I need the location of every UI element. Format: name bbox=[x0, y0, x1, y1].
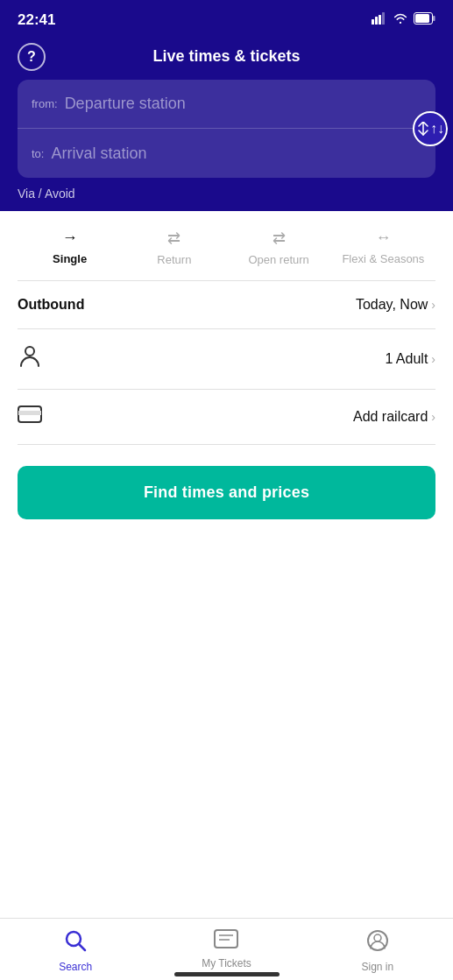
svg-point-16 bbox=[374, 934, 381, 941]
nav-sign-in[interactable]: Sign in bbox=[302, 929, 453, 973]
battery-icon bbox=[414, 12, 435, 28]
svg-point-7 bbox=[25, 347, 34, 356]
passengers-value: 1 Adult › bbox=[385, 351, 435, 367]
railcard-left bbox=[18, 405, 42, 428]
help-button[interactable]: ? bbox=[18, 43, 46, 71]
svg-rect-12 bbox=[215, 930, 237, 948]
from-label: from: bbox=[32, 97, 58, 110]
nav-tickets-label: My Tickets bbox=[202, 957, 251, 969]
nav-my-tickets[interactable]: My Tickets bbox=[151, 929, 301, 969]
nav-search[interactable]: Search bbox=[0, 929, 151, 973]
railcard-chevron: › bbox=[431, 410, 435, 424]
nav-signin-label: Sign in bbox=[361, 961, 393, 973]
single-icon: → bbox=[62, 229, 78, 247]
wifi-icon bbox=[393, 12, 408, 28]
person-icon bbox=[18, 345, 42, 373]
home-indicator bbox=[174, 972, 280, 976]
search-form: from: Departure station to: Arrival stat… bbox=[0, 80, 453, 211]
nav-search-label: Search bbox=[59, 961, 92, 973]
svg-rect-6 bbox=[415, 14, 429, 23]
app-header: ? Live times & tickets bbox=[0, 39, 453, 80]
svg-rect-2 bbox=[379, 15, 381, 25]
outbound-row[interactable]: Outbound Today, Now › bbox=[18, 281, 435, 329]
tab-open-return[interactable]: ⇄ Open return bbox=[227, 229, 331, 266]
return-icon: ⇄ bbox=[167, 229, 180, 248]
from-station-row[interactable]: from: Departure station bbox=[18, 80, 435, 129]
svg-line-11 bbox=[79, 944, 85, 950]
passengers-row[interactable]: 1 Adult › bbox=[18, 329, 435, 390]
svg-rect-9 bbox=[18, 411, 41, 415]
tab-return[interactable]: ⇄ Return bbox=[122, 229, 226, 266]
tab-return-label: Return bbox=[157, 253, 191, 266]
tab-single-label: Single bbox=[53, 252, 87, 265]
passengers-chevron: › bbox=[431, 352, 435, 366]
outbound-label: Outbound bbox=[18, 297, 84, 313]
passengers-left bbox=[18, 345, 42, 373]
signal-icon bbox=[372, 12, 387, 28]
tab-open-return-label: Open return bbox=[248, 253, 308, 266]
from-placeholder: Departure station bbox=[65, 95, 186, 113]
to-placeholder: Arrival station bbox=[51, 145, 146, 163]
svg-rect-0 bbox=[372, 19, 374, 25]
tab-flexi-label: Flexi & Seasons bbox=[342, 252, 424, 265]
open-return-icon: ⇄ bbox=[273, 229, 286, 248]
main-content: → Single ⇄ Return ⇄ Open return ↔ Flexi … bbox=[0, 211, 453, 546]
railcard-row[interactable]: Add railcard › bbox=[18, 390, 435, 445]
station-inputs: from: Departure station to: Arrival stat… bbox=[18, 80, 435, 178]
search-nav-icon bbox=[64, 929, 87, 957]
svg-rect-5 bbox=[433, 16, 435, 21]
to-station-row[interactable]: to: Arrival station bbox=[18, 129, 435, 178]
flexi-icon: ↔ bbox=[375, 229, 391, 247]
swap-stations-button[interactable]: ↑↓ bbox=[413, 111, 448, 146]
tab-flexi[interactable]: ↔ Flexi & Seasons bbox=[331, 229, 435, 266]
outbound-value: Today, Now › bbox=[356, 297, 435, 313]
status-time: 22:41 bbox=[18, 11, 55, 29]
tab-single[interactable]: → Single bbox=[18, 229, 122, 266]
outbound-chevron: › bbox=[431, 298, 435, 312]
status-icons bbox=[372, 12, 435, 28]
railcard-value: Add railcard › bbox=[353, 409, 435, 425]
trip-type-tabs: → Single ⇄ Return ⇄ Open return ↔ Flexi … bbox=[18, 211, 435, 281]
find-times-button[interactable]: Find times and prices bbox=[18, 466, 435, 519]
user-nav-icon bbox=[366, 929, 389, 957]
to-label: to: bbox=[32, 147, 44, 160]
tickets-nav-icon bbox=[214, 929, 238, 954]
status-bar: 22:41 bbox=[0, 0, 453, 39]
svg-rect-3 bbox=[382, 12, 385, 25]
header-title: Live times & tickets bbox=[152, 47, 300, 66]
railcard-icon bbox=[18, 405, 42, 428]
via-avoid-link[interactable]: Via / Avoid bbox=[18, 187, 435, 201]
bottom-nav: Search My Tickets Sign in bbox=[0, 918, 453, 980]
svg-rect-1 bbox=[375, 17, 378, 25]
